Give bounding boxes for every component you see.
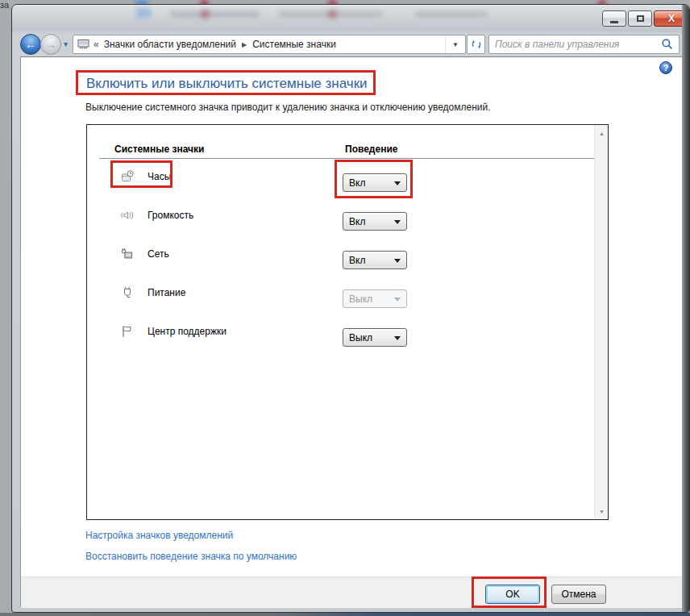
row-action-center: Центр поддержки <box>121 318 227 344</box>
column-header-system-icons: Системные значки <box>114 144 204 155</box>
search-icon[interactable] <box>661 38 674 51</box>
search-box <box>488 35 680 54</box>
titlebar-blur-blob <box>136 8 151 18</box>
network-icon <box>121 248 135 260</box>
row-label-network: Сеть <box>148 248 169 260</box>
control-panel-window: X ← → ▾ « Значки области уведомлений ▶ <box>11 4 690 613</box>
cancel-button[interactable]: Отмена <box>551 585 606 604</box>
link-customize-notification-icons[interactable]: Настройка значков уведомлений <box>85 530 233 541</box>
dropdown-value: Выкл <box>349 293 372 305</box>
navigation-bar: ← → ▾ « Значки области уведомлений ▶ Сис… <box>13 32 682 57</box>
titlebar-blur-blob <box>328 10 337 19</box>
dropdown-value: Вкл <box>349 216 365 227</box>
row-label-power: Питание <box>148 287 185 298</box>
breadcrumb-item-system-icons[interactable]: Системные значки <box>252 39 336 50</box>
minimize-button[interactable] <box>602 10 626 27</box>
close-icon: X <box>668 13 675 24</box>
ok-button[interactable]: OK <box>485 585 540 604</box>
power-icon <box>121 286 135 299</box>
behavior-dropdown-power: Выкл <box>343 289 407 308</box>
behavior-dropdown-volume[interactable]: Вкл <box>343 212 407 231</box>
clock-icon <box>121 170 135 183</box>
help-glyph: ? <box>663 63 669 73</box>
breadcrumb-separator-icon[interactable]: ▶ <box>242 41 247 48</box>
desktop-bottom-strip <box>0 613 690 616</box>
row-label-clock: Часы <box>148 171 171 182</box>
recent-pages-dropdown[interactable]: ▾ <box>64 40 68 48</box>
address-bar[interactable]: « Значки области уведомлений ▶ Системные… <box>73 35 466 54</box>
dropdown-arrow-icon <box>394 298 401 305</box>
flag-icon <box>121 325 135 338</box>
screen: за X ← <box>0 0 690 616</box>
dropdown-arrow-icon <box>394 336 401 343</box>
behavior-dropdown-network[interactable]: Вкл <box>343 251 407 269</box>
dropdown-arrow-icon <box>394 259 401 266</box>
behavior-dropdown-clock[interactable]: Вкл <box>343 173 407 192</box>
panel-scrollbar[interactable]: ▲ ▼ <box>594 125 608 519</box>
control-panel-icon <box>77 39 90 50</box>
header-divider <box>99 158 594 159</box>
minimize-icon <box>610 21 618 23</box>
row-clock: Часы <box>121 164 171 189</box>
help-icon[interactable]: ? <box>659 61 672 74</box>
breadcrumb-overflow-icon[interactable]: « <box>94 39 99 50</box>
refresh-button[interactable] <box>467 35 485 54</box>
system-icons-panel: Системные значки Поведение Часы <box>86 124 609 520</box>
row-label-volume: Громкость <box>148 210 193 221</box>
dropdown-arrow-icon <box>394 181 401 189</box>
row-network: Сеть <box>121 241 169 267</box>
address-dropdown-icon[interactable]: ▼ <box>445 35 465 53</box>
forward-arrow-icon: → <box>45 38 56 51</box>
refresh-icon <box>471 39 482 50</box>
row-volume: Громкость <box>121 202 193 228</box>
dropdown-arrow-icon <box>394 220 401 227</box>
dropdown-value: Выкл <box>349 332 372 343</box>
titlebar[interactable]: X <box>12 5 689 32</box>
forward-button[interactable]: → <box>40 34 61 55</box>
back-button[interactable]: ← <box>20 34 41 55</box>
dropdown-value: Вкл <box>349 255 365 266</box>
column-header-behavior: Поведение <box>345 144 397 155</box>
dropdown-value: Вкл <box>349 177 365 189</box>
row-label-action-center: Центр поддержки <box>148 326 227 337</box>
row-power: Питание <box>121 280 185 306</box>
link-restore-default-behaviors[interactable]: Восстановить поведение значка по умолчан… <box>85 551 297 562</box>
titlebar-blur-blob <box>170 11 259 17</box>
scroll-down-icon[interactable]: ▼ <box>595 505 609 518</box>
maximize-button[interactable] <box>628 10 652 27</box>
maximize-icon <box>637 15 644 22</box>
scroll-up-icon[interactable]: ▲ <box>595 127 609 139</box>
titlebar-blur-blob <box>201 10 210 19</box>
back-arrow-icon: ← <box>25 38 36 51</box>
breadcrumb-item-notification-icons[interactable]: Значки области уведомлений <box>104 39 236 50</box>
dialog-footer: OK Отмена <box>21 576 682 608</box>
behavior-dropdown-action-center[interactable]: Выкл <box>343 328 407 347</box>
search-input[interactable] <box>489 35 661 53</box>
page-description: Выключение системного значка приводит к … <box>85 102 491 113</box>
page-title: Включить или выключить системные значки <box>86 76 368 92</box>
client-area: ? Включить или выключить системные значк… <box>20 56 683 607</box>
background-text-fragment: за <box>0 0 9 10</box>
titlebar-blur-blob <box>415 11 488 17</box>
volume-icon <box>121 209 135 222</box>
window-frame-right <box>682 5 689 612</box>
